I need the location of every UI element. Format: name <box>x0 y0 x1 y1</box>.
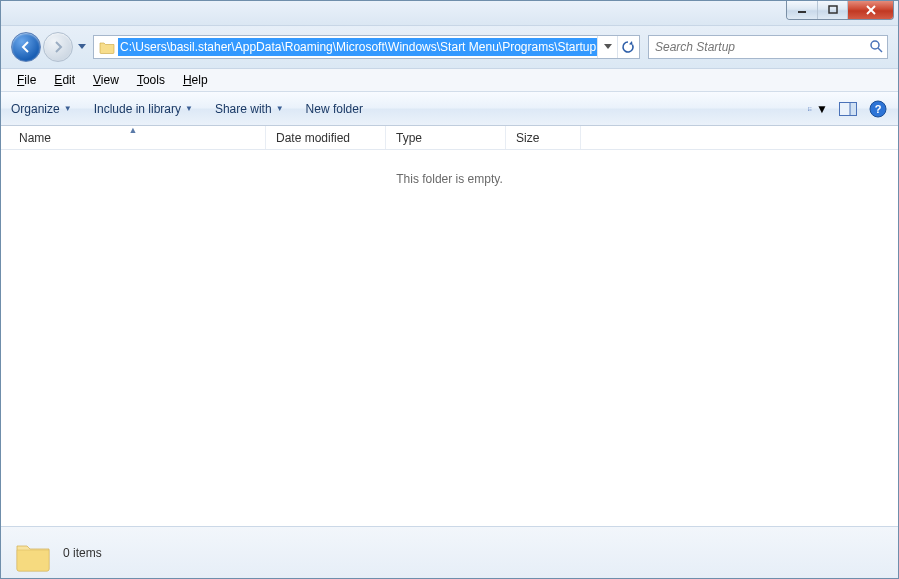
address-dropdown[interactable] <box>597 36 617 58</box>
share-label: Share with <box>215 102 272 116</box>
svg-rect-10 <box>808 110 809 111</box>
minimize-button[interactable] <box>787 1 817 19</box>
empty-folder-message: This folder is empty. <box>1 150 898 186</box>
explorer-window: C:\Users\basil.staher\AppData\Roaming\Mi… <box>0 0 899 579</box>
column-size-label: Size <box>516 131 539 145</box>
close-button[interactable] <box>847 1 893 19</box>
new-folder-button[interactable]: New folder <box>306 102 363 116</box>
folder-large-icon <box>11 533 51 573</box>
nav-history-dropdown[interactable] <box>75 37 89 57</box>
maximize-button[interactable] <box>817 1 847 19</box>
navigation-row: C:\Users\basil.staher\AppData\Roaming\Mi… <box>1 25 898 69</box>
address-bar[interactable]: C:\Users\basil.staher\AppData\Roaming\Mi… <box>93 35 640 59</box>
preview-pane-button[interactable] <box>838 99 858 119</box>
svg-rect-6 <box>808 107 809 108</box>
view-list-icon <box>808 101 813 117</box>
status-item-count: 0 items <box>63 546 102 560</box>
svg-rect-13 <box>850 102 857 115</box>
organize-label: Organize <box>11 102 60 116</box>
titlebar <box>1 1 898 25</box>
toolbar-right: ▼ ? <box>808 99 888 119</box>
nav-button-group <box>11 32 89 62</box>
search-input[interactable] <box>653 39 869 55</box>
column-name[interactable]: Name ▲ <box>1 126 266 149</box>
svg-point-4 <box>871 41 879 49</box>
svg-rect-8 <box>808 108 809 109</box>
column-type[interactable]: Type <box>386 126 506 149</box>
organize-button[interactable]: Organize ▼ <box>11 102 72 116</box>
include-label: Include in library <box>94 102 181 116</box>
help-button[interactable]: ? <box>868 99 888 119</box>
chevron-down-icon <box>604 44 612 50</box>
chevron-down-icon: ▼ <box>64 104 72 113</box>
sort-ascending-icon: ▲ <box>129 125 138 135</box>
column-type-label: Type <box>396 131 422 145</box>
menu-tools[interactable]: Tools <box>129 71 173 89</box>
file-list-area[interactable]: This folder is empty. <box>1 150 898 526</box>
search-icon[interactable] <box>869 39 883 56</box>
address-path[interactable]: C:\Users\basil.staher\AppData\Roaming\Mi… <box>118 38 597 56</box>
share-with-button[interactable]: Share with ▼ <box>215 102 284 116</box>
chevron-down-icon: ▼ <box>276 104 284 113</box>
menu-bar: File Edit View Tools Help <box>1 69 898 92</box>
forward-button[interactable] <box>43 32 73 62</box>
window-controls <box>786 1 894 20</box>
search-box[interactable] <box>648 35 888 59</box>
include-in-library-button[interactable]: Include in library ▼ <box>94 102 193 116</box>
column-date-modified[interactable]: Date modified <box>266 126 386 149</box>
new-folder-label: New folder <box>306 102 363 116</box>
menu-view[interactable]: View <box>85 71 127 89</box>
view-options-button[interactable]: ▼ <box>808 99 828 119</box>
svg-text:?: ? <box>875 103 882 115</box>
folder-icon <box>98 38 116 56</box>
menu-edit[interactable]: Edit <box>46 71 83 89</box>
menu-help[interactable]: Help <box>175 71 216 89</box>
chevron-down-icon <box>78 44 86 50</box>
svg-rect-1 <box>829 6 837 13</box>
chevron-down-icon: ▼ <box>816 102 828 116</box>
chevron-down-icon: ▼ <box>185 104 193 113</box>
preview-pane-icon <box>839 102 857 116</box>
arrow-left-icon <box>19 40 33 54</box>
column-size[interactable]: Size <box>506 126 581 149</box>
help-icon: ? <box>869 100 887 118</box>
menu-file[interactable]: File <box>9 71 44 89</box>
status-bar: 0 items <box>1 526 898 578</box>
back-button[interactable] <box>11 32 41 62</box>
arrow-right-icon <box>51 40 65 54</box>
column-name-label: Name <box>19 131 51 145</box>
refresh-button[interactable] <box>617 36 637 58</box>
column-date-label: Date modified <box>276 131 350 145</box>
column-headers: Name ▲ Date modified Type Size <box>1 126 898 150</box>
svg-line-5 <box>878 48 882 52</box>
refresh-icon <box>621 40 635 54</box>
toolbar: Organize ▼ Include in library ▼ Share wi… <box>1 92 898 126</box>
